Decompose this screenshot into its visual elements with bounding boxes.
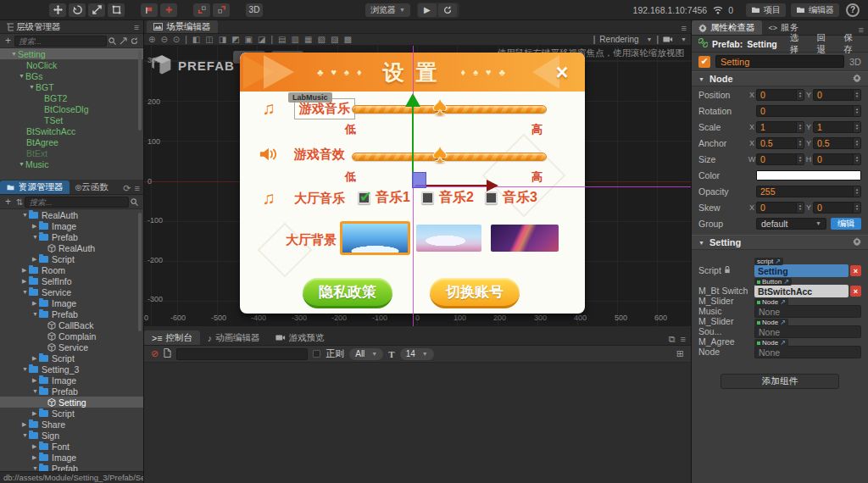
align-center-h-icon[interactable]: ◫	[205, 35, 213, 44]
sound-slider-handle[interactable]: ♠	[433, 141, 447, 166]
size-h-input[interactable]: 0▲▼	[813, 153, 861, 165]
log-file-icon[interactable]	[164, 348, 171, 359]
asset-folder-image[interactable]: ▶Image	[0, 375, 143, 386]
font-size-select[interactable]: 14▼	[400, 348, 434, 360]
asset-folder-setting3[interactable]: ▼Setting_3	[0, 364, 143, 375]
remove-reference-button[interactable]: ×	[850, 265, 861, 276]
spinner-icon[interactable]: ▲▼	[796, 138, 804, 148]
hierarchy-item-bgt[interactable]: ▼BGT	[0, 81, 143, 92]
asset-folder-realauth[interactable]: ▼RealAuth	[0, 209, 143, 220]
external-link-icon[interactable]: ↗	[775, 258, 781, 265]
size-w-input[interactable]: 0▲▼	[756, 153, 804, 165]
asset-prefab-complain[interactable]: Complain	[0, 330, 143, 341]
pivot-toggle-icon[interactable]	[141, 3, 158, 17]
rect-tool-icon[interactable]	[108, 3, 125, 17]
asset-folder-share[interactable]: ▶Share	[0, 419, 143, 430]
distribute-v1-icon[interactable]: ▧	[317, 35, 325, 44]
hierarchy-item-btswitchacc[interactable]: BtSwitchAcc	[0, 125, 143, 136]
music-volume-slider[interactable]	[352, 105, 547, 114]
hierarchy-item-btagree[interactable]: BtAgree	[0, 136, 143, 147]
external-link-icon[interactable]: ↗	[780, 339, 786, 347]
hierarchy-item-music[interactable]: ▼Music	[0, 158, 143, 169]
search-icon[interactable]	[108, 37, 116, 45]
asset-folder-font[interactable]: ▶Font	[0, 441, 143, 452]
slider-music-value-field[interactable]: None	[754, 305, 861, 318]
asset-folder-image[interactable]: ▶Image	[0, 452, 143, 463]
asset-folder-prefab[interactable]: ▼Prefab	[0, 231, 143, 242]
search-icon[interactable]	[131, 198, 138, 206]
skew-x-input[interactable]: 0▲▼	[756, 202, 804, 214]
spinner-icon[interactable]: ▲▼	[853, 154, 860, 164]
hierarchy-item-bgs[interactable]: ▼BGs	[0, 70, 143, 81]
switch-account-button[interactable]: 切换账号	[430, 278, 520, 308]
refresh-hierarchy-icon[interactable]	[131, 37, 138, 45]
spinner-icon[interactable]: ▲▼	[796, 203, 804, 213]
gear-icon[interactable]	[853, 74, 861, 84]
gear-icon[interactable]	[853, 237, 861, 247]
tab-console[interactable]: >≡控制台	[144, 330, 200, 345]
tab-property-inspector[interactable]: 属性检查器	[692, 20, 762, 35]
log-level-select[interactable]: All▼	[349, 348, 383, 360]
asset-prefab-service[interactable]: Service	[0, 341, 143, 353]
scale-x-input[interactable]: 1▲▼	[756, 121, 804, 133]
remove-reference-button[interactable]: ×	[850, 286, 861, 297]
hierarchy-item-noclick[interactable]: NoClick	[0, 59, 143, 70]
skew-y-input[interactable]: 0▲▼	[813, 202, 861, 214]
asset-folder-image[interactable]: ▶Image	[0, 297, 143, 308]
prefab-revert-link[interactable]: 回退	[817, 32, 835, 56]
asset-prefab-setting[interactable]: Setting	[0, 397, 143, 408]
sound-volume-slider[interactable]	[352, 153, 547, 161]
music-slider-handle[interactable]: ♠	[433, 93, 447, 119]
align-right-icon[interactable]: ◨	[219, 35, 226, 44]
asset-folder-prefab[interactable]: ▼Prefab	[0, 463, 143, 471]
asset-folder-script[interactable]: ▶Script	[0, 353, 143, 364]
detach-panel-icon[interactable]: ⧉	[669, 334, 676, 345]
tab-scene-editor[interactable]: 场景编辑器	[147, 20, 218, 33]
hierarchy-item-btclosedlg[interactable]: BtCloseDlg	[0, 103, 143, 114]
hierarchy-item-bgt2[interactable]: BGT2	[0, 92, 143, 103]
anchor-x-input[interactable]: 0.5▲▼	[756, 137, 804, 149]
console-filter-input[interactable]	[176, 348, 308, 360]
background-thumb-1-selected[interactable]	[340, 221, 410, 255]
spinner-icon[interactable]: ▲▼	[853, 106, 860, 116]
asset-folder-image[interactable]: ▶Image	[0, 220, 143, 231]
sort-icon[interactable]: ⇅	[16, 197, 23, 207]
asset-folder-prefab[interactable]: ▼Prefab	[0, 386, 143, 397]
gizmo-y-arrowhead[interactable]	[405, 93, 420, 107]
clear-console-icon[interactable]: ⊘	[151, 348, 159, 359]
opacity-input[interactable]: 255▲▼	[756, 186, 861, 197]
panel-menu-icon[interactable]: ≡	[682, 23, 691, 33]
privacy-policy-button[interactable]: 隐私政策	[303, 278, 392, 308]
align-left-icon[interactable]: ◧	[192, 35, 200, 44]
hierarchy-item-btext[interactable]: BtExt	[0, 147, 143, 158]
expand-arrow-icon[interactable]: ▼	[19, 161, 25, 167]
bt-switch-value-field[interactable]: BtSwitchAcc	[754, 285, 849, 297]
music1-checkbox[interactable]: ✔	[358, 192, 370, 204]
asset-folder-prefab[interactable]: ▼Prefab	[0, 308, 143, 319]
background-thumb-3[interactable]	[491, 225, 559, 252]
asset-prefab-callback[interactable]: CallBack	[0, 319, 143, 330]
rendering-select[interactable]: Rendering	[599, 35, 638, 44]
asset-folder-script[interactable]: ▶Script	[0, 408, 143, 419]
camera-icon[interactable]	[663, 36, 673, 43]
node-enabled-checkbox[interactable]: ✔	[698, 56, 710, 68]
pivot-add-icon[interactable]	[160, 3, 177, 17]
hierarchy-search-input[interactable]	[14, 36, 107, 47]
spinner-icon[interactable]: ▲▼	[853, 138, 860, 148]
external-link-icon[interactable]: ↗	[780, 298, 786, 306]
expand-arrow-icon[interactable]: ▼	[29, 84, 36, 90]
open-project-button[interactable]: 项目	[746, 3, 786, 17]
spinner-icon[interactable]: ▲▼	[796, 154, 804, 164]
expand-arrow-icon[interactable]: ▼	[11, 51, 18, 57]
distribute-h3-icon[interactable]: ▦	[304, 35, 312, 44]
background-thumb-2[interactable]	[416, 225, 481, 252]
music2-checkbox[interactable]	[421, 192, 434, 204]
add-node-button[interactable]: +	[5, 35, 11, 47]
position-x-input[interactable]: 0▲▼	[756, 89, 804, 101]
distribute-v2-icon[interactable]: ▨	[331, 35, 338, 44]
mode-3d-button[interactable]: 3D	[246, 3, 263, 17]
scene-canvas[interactable]: 使用鼠标右键平移视窗焦点，使用滚轮缩放视图 300 200 100 0 -100…	[144, 46, 691, 326]
external-link-icon[interactable]: ↗	[783, 278, 789, 286]
collapse-arrow-icon[interactable]: ▼	[698, 240, 705, 246]
spinner-icon[interactable]: ▲▼	[796, 122, 804, 132]
